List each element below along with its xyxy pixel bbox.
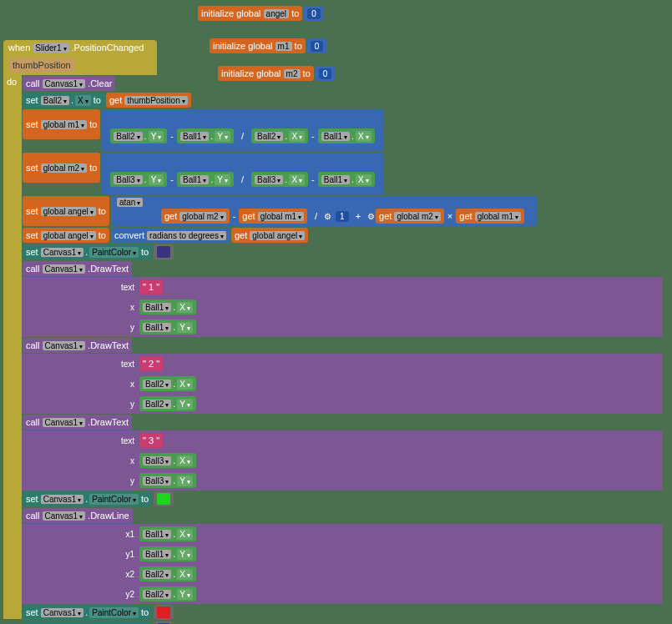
set-paint-green[interactable]: set Canvas1▾.PaintColor▾ to <box>23 491 152 506</box>
div-m1[interactable]: Ball2▾.Y▾ - Ball1▾.Y▾ / Ball2▾.X▾ - Ball… <box>102 109 382 151</box>
set-paint-red[interactable]: set Canvas1▾.PaintColor▾ to <box>23 605 152 620</box>
call-drawtext-2[interactable]: call Canvas1▾ .DrawText <box>23 338 132 353</box>
get-thumb[interactable]: get thumbPosition▾ <box>106 93 191 108</box>
set-gangel-conv[interactable]: set global angel▾ to <box>23 228 109 243</box>
do-label: do <box>7 77 17 87</box>
call-drawtext-3[interactable]: call Canvas1▾ .DrawText <box>23 415 132 430</box>
param-thumb[interactable]: thumbPosition <box>9 58 74 73</box>
num-0-a[interactable]: 0 <box>304 6 324 21</box>
color-swatch-red <box>157 606 170 618</box>
div-m2[interactable]: Ball3▾.Y▾ - Ball1▾.Y▾ / Ball3▾.X▾ - Ball… <box>102 153 382 194</box>
set-gm1[interactable]: set global m1▾ to <box>23 109 100 139</box>
gear-icon[interactable]: ⚙ <box>324 212 331 221</box>
init-angel[interactable]: initialize global angel to <box>198 6 302 21</box>
when-header[interactable]: when Slider1▾ .PositionChanged <box>3 40 157 55</box>
var-angel[interactable]: angel <box>264 9 289 18</box>
call-drawline-1[interactable]: call Canvas1▾ .DrawLine <box>23 508 133 523</box>
set-gm2[interactable]: set global m2▾ to <box>23 153 100 183</box>
set-gangel-atan[interactable]: set global angel▾ to <box>23 196 109 226</box>
color-swatch-green <box>157 493 170 505</box>
set-ball2-x[interactable]: set Ball2▾.X▾ to <box>23 93 104 108</box>
slider-dd[interactable]: Slider1▾ <box>33 43 68 53</box>
color-swatch-dark <box>157 246 170 258</box>
call-drawtext-1[interactable]: call Canvas1▾ .DrawText <box>23 261 132 276</box>
gear-icon[interactable]: ⚙ <box>367 212 375 221</box>
atan-block[interactable]: atan▾ get global m2▾ - get global m1▾ / … <box>111 196 537 226</box>
call-clear[interactable]: call Canvas1▾ .Clear <box>23 76 115 91</box>
set-paint-dark[interactable]: set Canvas1▾.PaintColor▾ to <box>23 244 152 259</box>
convert-block[interactable]: convert radians to degrees▾ <box>111 228 230 243</box>
